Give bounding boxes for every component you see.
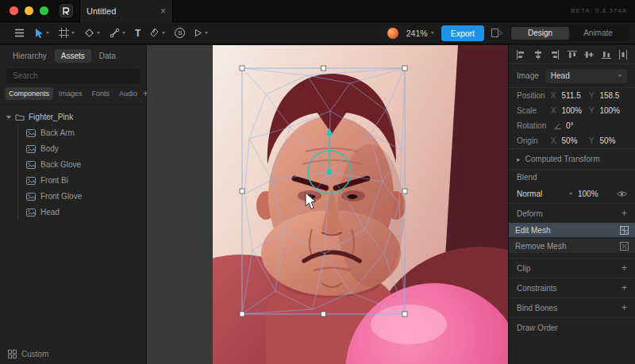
x-axis-label: X [551, 136, 557, 145]
opacity-field[interactable]: 100% [578, 190, 611, 198]
fullscreen-window-button[interactable] [40, 6, 48, 15]
shapes-tool[interactable] [81, 25, 103, 40]
chevron-down-icon[interactable] [71, 32, 75, 34]
collapse-panel-icon[interactable] [491, 29, 502, 37]
tree-item-back-arm[interactable]: Back Arm [18, 125, 146, 141]
scale-x-field[interactable]: 100% [561, 106, 589, 115]
blend-header: Blend [509, 170, 635, 185]
tool-group: T S [0, 25, 211, 41]
caret-right-icon[interactable]: ▸ [517, 155, 521, 163]
avatar[interactable] [387, 27, 399, 40]
artboard-tool[interactable] [56, 25, 78, 40]
tree-item-front-bi[interactable]: Front Bi [18, 173, 146, 189]
tree-item-front-glove[interactable]: Front Glove [18, 189, 146, 205]
image-section: Image Head [509, 64, 635, 87]
image-asset-icon [26, 209, 36, 216]
deform-label: Deform [517, 209, 543, 218]
minimize-window-button[interactable] [25, 6, 33, 15]
canvas-viewport[interactable] [147, 45, 508, 364]
pen-tool[interactable] [147, 25, 168, 40]
search-row [0, 66, 146, 86]
titlebar: Untitled × BETA: 0.8.374A [0, 0, 635, 22]
image-select[interactable]: Head [545, 69, 627, 83]
document-tab[interactable]: Untitled × [79, 0, 173, 22]
constraints-header: Constraints + [509, 278, 635, 297]
chevron-down-icon [569, 193, 572, 195]
tab-hierarchy[interactable]: Hierarchy [6, 49, 53, 63]
rotation-label: Rotation [517, 121, 553, 130]
chevron-down-icon[interactable] [162, 32, 165, 34]
stage[interactable] [147, 45, 508, 364]
trigger-tool[interactable] [191, 26, 211, 40]
mesh-icon [620, 226, 629, 235]
mesh-remove-icon [620, 242, 629, 251]
tree-item-label: Head [40, 208, 60, 216]
align-center-horizontal-icon[interactable] [533, 50, 543, 59]
remove-mesh-button[interactable]: Remove Mesh [509, 239, 635, 253]
position-y-field[interactable]: 158.5 [599, 91, 627, 100]
chevron-down-icon[interactable] [97, 32, 100, 34]
close-tab-icon[interactable]: × [160, 6, 166, 16]
align-top-icon[interactable] [568, 50, 577, 59]
pen-icon [150, 28, 160, 38]
bone-tool[interactable] [106, 25, 129, 40]
alignment-toolbar [509, 45, 635, 63]
zoom-control[interactable]: 241% [406, 29, 434, 38]
custom-assets-footer[interactable]: Custom [0, 343, 146, 364]
x-axis-label: X [551, 106, 557, 115]
align-bottom-icon[interactable] [602, 50, 611, 59]
toolbar: T S 241% Exp [0, 22, 635, 44]
export-button[interactable]: Export [441, 25, 484, 41]
tab-animate[interactable]: Animate [569, 27, 627, 40]
tab-assets[interactable]: Assets [55, 49, 91, 63]
add-bone-binding-icon[interactable]: + [622, 303, 627, 312]
tree-item-back-glove[interactable]: Back Glove [18, 157, 146, 173]
image-value: Head [551, 71, 615, 80]
edit-mesh-label: Edit Mesh [515, 226, 550, 235]
chevron-down-icon[interactable] [122, 32, 125, 34]
left-panel: Hierarchy Assets Data Components Images … [0, 45, 147, 364]
draw-order-header[interactable]: Draw Order [509, 318, 635, 337]
edit-mesh-button[interactable]: Edit Mesh [509, 223, 635, 237]
chevron-down-icon[interactable] [205, 32, 208, 34]
tab-components[interactable]: Components [5, 87, 53, 100]
select-tool[interactable] [31, 25, 52, 41]
search-input[interactable] [6, 69, 140, 83]
align-right-icon[interactable] [550, 50, 560, 59]
blend-mode-select[interactable]: Normal [517, 187, 572, 201]
add-constraint-icon[interactable]: + [622, 283, 627, 293]
tree-root-fighter-pink[interactable]: Fighter_Pink [0, 109, 146, 125]
align-left-icon[interactable] [516, 50, 525, 59]
add-deform-icon[interactable]: + [622, 209, 627, 218]
main-menu-button[interactable] [11, 26, 28, 40]
tree-item-body[interactable]: Body [18, 141, 146, 157]
window-controls [10, 6, 48, 15]
image-asset-icon [26, 177, 36, 185]
tab-design[interactable]: Design [511, 27, 569, 40]
tree-item-head[interactable]: Head [18, 205, 146, 220]
tab-fonts[interactable]: Fonts [88, 87, 114, 100]
text-tool[interactable]: T [132, 26, 144, 40]
constraints-label: Constraints [517, 284, 557, 293]
eye-icon[interactable] [617, 190, 627, 197]
position-x-field[interactable]: 511.5 [561, 91, 589, 100]
x-axis-label: X [551, 91, 557, 100]
origin-y-field[interactable]: 50% [599, 136, 627, 145]
inspector-panel: Image Head Position X 511.5 Y 158.5 Scal… [508, 45, 635, 364]
close-window-button[interactable] [10, 6, 18, 15]
chevron-down-icon[interactable] [46, 32, 49, 34]
distribute-horizontal-icon[interactable] [618, 50, 628, 59]
tab-data[interactable]: Data [93, 49, 122, 63]
rotation-field[interactable]: 0° [566, 121, 574, 130]
computed-transform-row[interactable]: ▸ Computed Transform [509, 149, 635, 169]
tab-images[interactable]: Images [55, 87, 87, 100]
origin-x-field[interactable]: 50% [561, 136, 589, 145]
solo-tool[interactable]: S [171, 25, 188, 40]
scale-y-field[interactable]: 100% [599, 106, 627, 115]
align-middle-vertical-icon[interactable] [584, 50, 594, 59]
tab-audio[interactable]: Audio [115, 87, 141, 100]
image-label: Image [517, 71, 539, 80]
expand-chevron-icon[interactable] [6, 116, 11, 119]
app-window: Untitled × BETA: 0.8.374A [0, 0, 635, 364]
add-clip-icon[interactable]: + [622, 263, 627, 273]
